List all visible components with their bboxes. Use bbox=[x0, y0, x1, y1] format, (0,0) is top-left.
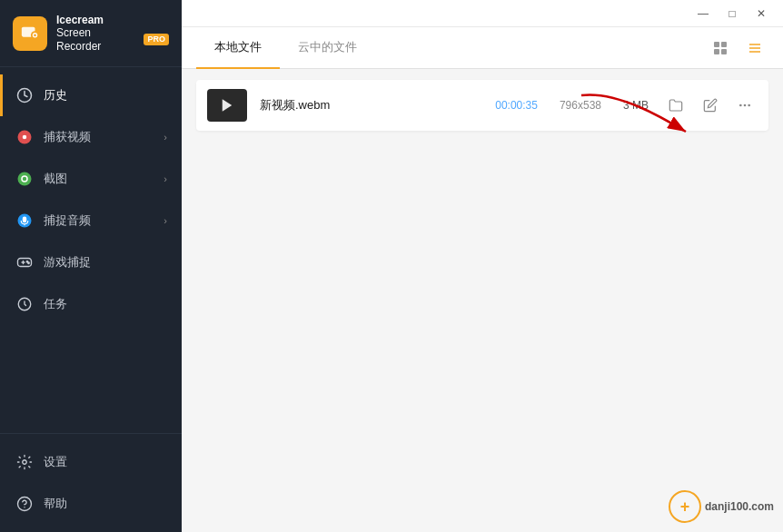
sidebar-item-game-capture[interactable]: 游戏捕捉 bbox=[0, 241, 182, 283]
sidebar-item-history-label: 历史 bbox=[44, 87, 67, 103]
gear-icon bbox=[15, 452, 35, 472]
tab-cloud-files[interactable]: 云中的文件 bbox=[280, 27, 375, 69]
sidebar-item-capture-audio[interactable]: 捕捉音频 › bbox=[0, 200, 182, 241]
file-meta: 00:00:35 796x538 3 MB bbox=[495, 99, 649, 112]
chevron-right-icon: › bbox=[164, 215, 167, 226]
more-options-button[interactable] bbox=[732, 93, 758, 118]
file-duration: 00:00:35 bbox=[495, 99, 538, 112]
app-title: Icecream Screen Recorder PRO bbox=[56, 14, 169, 53]
video-icon bbox=[15, 127, 35, 147]
sidebar-item-help-label: 帮助 bbox=[44, 496, 67, 512]
close-button[interactable]: ✕ bbox=[747, 0, 776, 27]
svg-point-9 bbox=[23, 177, 27, 182]
sidebar-item-tasks-label: 任务 bbox=[44, 296, 67, 312]
file-actions bbox=[663, 93, 758, 118]
file-thumbnail bbox=[207, 89, 247, 122]
maximize-button[interactable]: □ bbox=[718, 0, 747, 27]
titlebar: — □ ✕ bbox=[182, 0, 783, 27]
svg-rect-24 bbox=[714, 49, 719, 54]
sidebar-item-settings-label: 设置 bbox=[44, 454, 67, 470]
main-content: — □ ✕ 本地文件 云中的文件 bbox=[182, 0, 783, 532]
svg-marker-29 bbox=[223, 99, 233, 112]
svg-point-30 bbox=[739, 104, 742, 107]
svg-rect-23 bbox=[721, 42, 727, 47]
svg-rect-11 bbox=[23, 217, 27, 223]
gamepad-icon bbox=[15, 252, 35, 272]
sidebar-item-tasks[interactable]: 任务 bbox=[0, 283, 182, 325]
sidebar-item-screenshot[interactable]: 截图 › bbox=[0, 158, 182, 200]
chevron-right-icon: › bbox=[164, 173, 167, 184]
sidebar-item-game-capture-label: 游戏捕捉 bbox=[44, 254, 91, 271]
file-size: 3 MB bbox=[623, 99, 649, 112]
svg-point-17 bbox=[28, 262, 30, 264]
open-folder-button[interactable] bbox=[663, 93, 689, 118]
app-logo: Icecream Screen Recorder PRO bbox=[0, 0, 182, 67]
svg-point-6 bbox=[22, 134, 27, 140]
sidebar-item-screenshot-label: 截图 bbox=[44, 171, 67, 187]
sidebar-bottom: 设置 帮助 bbox=[0, 433, 182, 532]
list-view-button[interactable] bbox=[741, 34, 768, 62]
sidebar-item-history[interactable]: 历史 bbox=[0, 74, 182, 116]
sidebar-item-capture-video-label: 捕获视频 bbox=[44, 129, 91, 145]
edit-button[interactable] bbox=[698, 93, 723, 118]
svg-point-20 bbox=[18, 498, 32, 511]
question-icon bbox=[15, 494, 35, 514]
sidebar: Icecream Screen Recorder PRO 历史 bbox=[0, 0, 182, 532]
microphone-icon bbox=[15, 211, 35, 231]
logo-icon bbox=[13, 16, 47, 51]
svg-point-19 bbox=[23, 460, 27, 465]
table-row: 新视频.webm 00:00:35 796x538 3 MB bbox=[196, 80, 768, 131]
svg-point-3 bbox=[34, 34, 36, 36]
file-name: 新视频.webm bbox=[260, 97, 495, 113]
file-resolution: 796x538 bbox=[560, 99, 601, 112]
sidebar-nav: 历史 捕获视频 › bbox=[0, 67, 182, 433]
grid-view-button[interactable] bbox=[707, 34, 734, 62]
tasks-icon bbox=[15, 294, 35, 314]
sidebar-item-capture-audio-label: 捕捉音频 bbox=[44, 212, 91, 229]
svg-point-31 bbox=[744, 104, 747, 107]
file-list: 新视频.webm 00:00:35 796x538 3 MB bbox=[182, 69, 783, 532]
minimize-button[interactable]: — bbox=[689, 0, 718, 27]
chevron-right-icon: › bbox=[164, 132, 167, 143]
sidebar-item-capture-video[interactable]: 捕获视频 › bbox=[0, 116, 182, 158]
watermark: + danji100.com bbox=[669, 490, 774, 523]
tabs-bar: 本地文件 云中的文件 bbox=[182, 27, 783, 69]
watermark-icon: + bbox=[669, 490, 701, 523]
sidebar-item-settings[interactable]: 设置 bbox=[0, 441, 182, 483]
tab-list: 本地文件 云中的文件 bbox=[196, 27, 375, 68]
clock-icon bbox=[15, 85, 35, 105]
sidebar-item-help[interactable]: 帮助 bbox=[0, 483, 182, 525]
tab-actions bbox=[707, 34, 768, 62]
svg-rect-25 bbox=[721, 49, 727, 54]
tab-local-files[interactable]: 本地文件 bbox=[196, 27, 280, 69]
svg-rect-22 bbox=[714, 42, 719, 47]
camera-icon bbox=[15, 169, 35, 189]
svg-point-32 bbox=[748, 104, 750, 107]
